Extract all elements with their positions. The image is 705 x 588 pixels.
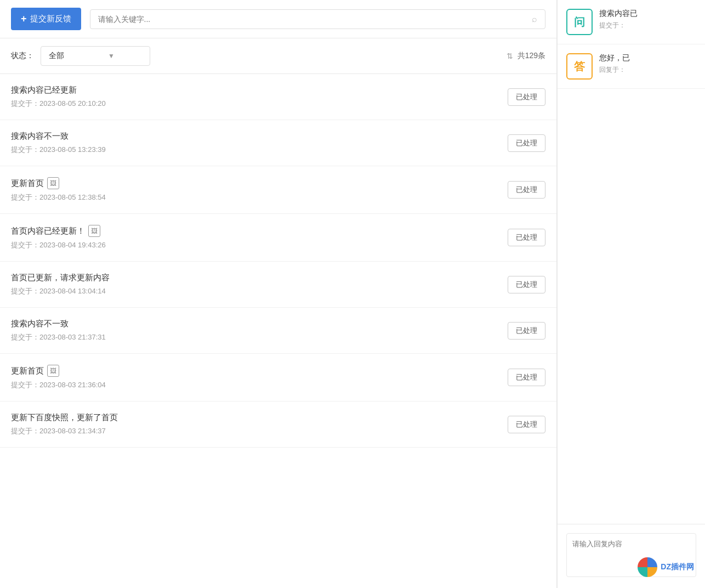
right-sidebar: 问 搜索内容已 提交于： 答 您好，已 回复于： DZ插件网 [557,0,705,588]
feedback-title: 更新首页 🖼 [11,177,499,189]
answer-sub: 回复于： [599,65,696,75]
status-badge-button[interactable]: 已处理 [508,369,545,386]
top-bar: + 提交新反馈 ⌕ [0,0,556,38]
status-dropdown[interactable]: 全部 ▼ [41,46,150,66]
filter-label: 状态： [11,51,34,61]
feedback-content: 更新首页 🖼 提交于：2023-08-03 21:36:04 [11,365,499,390]
status-badge-button[interactable]: 已处理 [508,276,545,293]
feedback-title: 首页内容已经更新！ 🖼 [11,225,499,237]
feedback-item: 更新下百度快照，更新了首页 提交于：2023-08-03 21:34:37 已处… [0,402,556,448]
dz-watermark-text: DZ插件网 [661,562,694,572]
feedback-item: 更新首页 🖼 提交于：2023-08-05 12:38:54 已处理 [0,166,556,214]
feedback-title: 搜索内容不一致 [11,319,499,329]
feedback-content: 搜索内容不一致 提交于：2023-08-03 21:37:31 [11,319,499,342]
feedback-title-text: 更新首页 [11,178,44,189]
feedback-title: 更新首页 🖼 [11,365,499,377]
feedback-time: 提交于：2023-08-04 19:43:26 [11,240,499,250]
question-card-content: 搜索内容已 提交于： [599,9,696,30]
main-content-area: + 提交新反馈 ⌕ 状态： 全部 ▼ ⇅ 共129条 搜索内容已经更新 提交于：… [0,0,557,588]
status-badge-button[interactable]: 已处理 [508,322,545,340]
dz-watermark: DZ插件网 [638,557,694,577]
status-badge-button[interactable]: 已处理 [508,88,545,106]
feedback-time: 提交于：2023-08-05 13:23:39 [11,145,499,155]
feedback-item: 搜索内容不一致 提交于：2023-08-05 13:23:39 已处理 [0,120,556,166]
feedback-title: 更新下百度快照，更新了首页 [11,412,499,423]
status-badge-button[interactable]: 已处理 [508,181,545,199]
feedback-title-text: 更新下百度快照，更新了首页 [11,412,118,423]
feedback-title-text: 更新首页 [11,366,44,376]
question-card: 问 搜索内容已 提交于： [558,0,705,44]
feedback-time: 提交于：2023-08-03 21:36:04 [11,380,499,390]
feedback-item: 搜索内容已经更新 提交于：2023-08-05 20:10:20 已处理 [0,74,556,120]
feedback-item: 首页已更新，请求更新内容 提交于：2023-08-04 13:04:14 已处理 [0,262,556,308]
dz-logo-icon [638,557,657,577]
feedback-title-text: 首页内容已经更新！ [11,226,85,236]
feedback-item: 首页内容已经更新！ 🖼 提交于：2023-08-04 19:43:26 已处理 [0,214,556,262]
reply-area [558,524,705,588]
feedback-list: 搜索内容已经更新 提交于：2023-08-05 20:10:20 已处理 搜索内… [0,74,556,588]
search-box: ⌕ [90,9,545,29]
feedback-title-text: 搜索内容不一致 [11,131,69,142]
dropdown-arrow-icon: ▼ [108,52,115,60]
search-icon[interactable]: ⌕ [532,14,537,24]
answer-badge: 答 [566,53,593,80]
question-sub: 提交于： [599,21,696,30]
feedback-item: 搜索内容不一致 提交于：2023-08-03 21:37:31 已处理 [0,308,556,354]
feedback-time: 提交于：2023-08-03 21:37:31 [11,332,499,342]
total-count: ⇅ 共129条 [507,51,545,61]
feedback-time: 提交于：2023-08-05 20:10:20 [11,99,499,109]
feedback-title-text: 首页已更新，请求更新内容 [11,273,110,283]
status-badge-button[interactable]: 已处理 [508,416,545,433]
feedback-content: 首页内容已经更新！ 🖼 提交于：2023-08-04 19:43:26 [11,225,499,250]
feedback-title: 首页已更新，请求更新内容 [11,273,499,283]
answer-card-content: 您好，已 回复于： [599,53,696,75]
search-input[interactable] [98,15,532,24]
feedback-title-text: 搜索内容不一致 [11,319,69,329]
feedback-content: 更新下百度快照，更新了首页 提交于：2023-08-03 21:34:37 [11,412,499,436]
status-selected: 全部 [49,51,64,61]
feedback-content: 搜索内容不一致 提交于：2023-08-05 13:23:39 [11,131,499,155]
status-badge-button[interactable]: 已处理 [508,134,545,152]
image-attachment-icon: 🖼 [88,225,100,237]
feedback-time: 提交于：2023-08-04 13:04:14 [11,286,499,296]
submit-feedback-button[interactable]: + 提交新反馈 [11,8,81,30]
filter-bar: 状态： 全部 ▼ ⇅ 共129条 [0,38,556,74]
answer-card: 答 您好，已 回复于： [558,44,705,89]
answer-title: 您好，已 [599,53,696,63]
sort-icon[interactable]: ⇅ [507,52,513,60]
submit-label: 提交新反馈 [30,14,71,24]
total-count-text: 共129条 [518,51,545,61]
status-badge-button[interactable]: 已处理 [508,229,545,246]
feedback-content: 首页已更新，请求更新内容 提交于：2023-08-04 13:04:14 [11,273,499,296]
question-badge: 问 [566,9,593,35]
plus-icon: + [21,13,27,25]
feedback-content: 更新首页 🖼 提交于：2023-08-05 12:38:54 [11,177,499,202]
feedback-title-text: 搜索内容已经更新 [11,85,77,95]
feedback-time: 提交于：2023-08-03 21:34:37 [11,426,499,436]
feedback-time: 提交于：2023-08-05 12:38:54 [11,193,499,202]
image-attachment-icon: 🖼 [47,177,59,189]
question-title: 搜索内容已 [599,9,696,19]
feedback-item: 更新首页 🖼 提交于：2023-08-03 21:36:04 已处理 [0,354,556,402]
feedback-title: 搜索内容不一致 [11,131,499,142]
image-attachment-icon: 🖼 [47,365,59,377]
feedback-title: 搜索内容已经更新 [11,85,499,95]
feedback-content: 搜索内容已经更新 提交于：2023-08-05 20:10:20 [11,85,499,109]
